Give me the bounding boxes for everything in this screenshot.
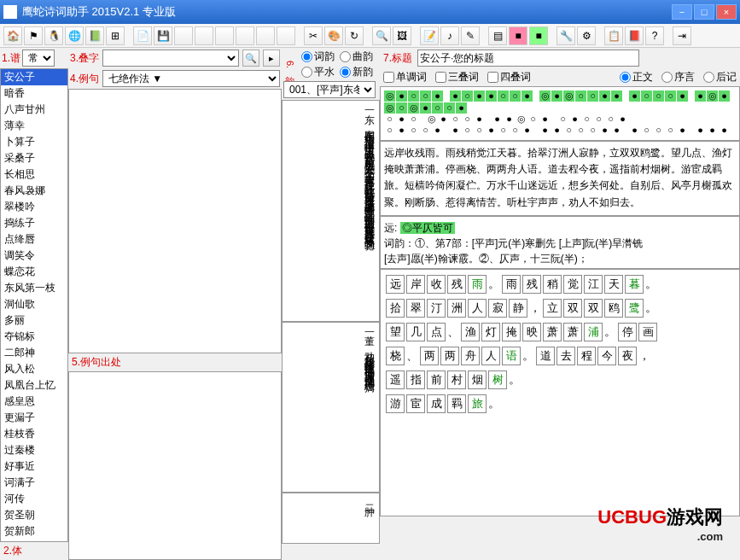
save-icon[interactable]: 💾	[154, 26, 172, 45]
char-cell[interactable]: 望	[386, 323, 405, 341]
pu-list-item[interactable]: 风入松	[1, 361, 67, 377]
char-cell[interactable]: 今	[597, 347, 616, 365]
pu-list-item[interactable]: 采桑子	[1, 150, 67, 166]
tool-icon-5[interactable]	[256, 26, 275, 45]
char-cell[interactable]: 浦	[584, 323, 603, 341]
search-icon[interactable]: 🔍	[372, 26, 391, 45]
char-cell[interactable]: 鸥	[604, 299, 623, 318]
char-cell[interactable]: 游	[386, 394, 405, 413]
rhyme-chars-1[interactable]: 一东 东同铜桐筒童僮瞳中衷忠虫终戎崇嵩菘风枫丰充隆空公功工攻蒙笼聋珑洪红鸿虹丛翁…	[282, 100, 380, 322]
pu-list-item[interactable]: 八声甘州	[1, 102, 67, 118]
radio-ciyun[interactable]: 词韵	[301, 50, 335, 64]
char-cell[interactable]: 烟	[468, 370, 487, 389]
char-cell[interactable]: 点	[427, 323, 446, 341]
pu-list-item[interactable]: 东风第一枝	[1, 280, 67, 296]
pu-list-item[interactable]: 多丽	[1, 312, 67, 329]
page-icon[interactable]: 📄	[133, 26, 152, 45]
char-cell[interactable]: 岸	[406, 275, 425, 294]
maximize-button[interactable]: □	[694, 4, 714, 20]
pu-list-item[interactable]: 感皇恩	[1, 394, 67, 410]
char-cell[interactable]: 两	[440, 347, 459, 365]
char-cell[interactable]: 静	[509, 299, 527, 318]
char-cell[interactable]: 人	[481, 347, 500, 365]
globe-icon[interactable]: 🌐	[65, 26, 84, 45]
scissors-icon[interactable]: ✂	[304, 26, 323, 45]
char-cell[interactable]: 拾	[386, 299, 405, 318]
pu-list-item[interactable]: 河传	[1, 491, 67, 507]
pu-list-item[interactable]: 诃满子	[1, 475, 67, 491]
check-sidie[interactable]: 四叠词	[487, 70, 531, 85]
char-cell[interactable]: 稍	[543, 275, 562, 294]
pu-list-item[interactable]: 夺锦标	[1, 329, 67, 345]
tool-icon-1[interactable]	[174, 26, 193, 45]
char-cell[interactable]: 画	[638, 323, 657, 341]
wrench-icon[interactable]: 🔧	[556, 26, 575, 45]
char-cell[interactable]: 寂	[488, 299, 507, 318]
pu-list-item[interactable]: 贺新郎	[1, 523, 67, 540]
char-grid[interactable]: 远岸收残雨。雨残稍觉江天暮。拾翠汀洲人寂静，立双双鸥鹭。望几点、渔灯掩映萧萧浦。…	[380, 269, 740, 516]
wand-icon[interactable]: ✎	[461, 26, 480, 45]
char-cell[interactable]: 去	[556, 347, 575, 365]
diezi-combo[interactable]	[102, 50, 239, 67]
char-cell[interactable]: 夜	[618, 347, 637, 365]
pu-list-item[interactable]: 过秦楼	[1, 442, 67, 458]
paint-icon[interactable]: 🎨	[324, 26, 343, 45]
pink-icon[interactable]: ■	[509, 26, 527, 45]
diezi-search-icon[interactable]: 🔍	[242, 50, 259, 67]
char-cell[interactable]: 雨	[468, 275, 487, 294]
char-cell[interactable]: 掩	[502, 323, 521, 341]
close-button[interactable]: ×	[716, 4, 737, 20]
char-cell[interactable]: 几	[406, 323, 425, 341]
doc-icon[interactable]: 📋	[604, 26, 623, 45]
pu-list-item[interactable]: 捣练子	[1, 215, 67, 231]
pu-list-item[interactable]: 薄幸	[1, 118, 67, 134]
radio-zhengwen[interactable]: 正文	[620, 70, 653, 85]
char-cell[interactable]: 萧	[543, 323, 562, 341]
expand-icon[interactable]: ⇥	[673, 26, 691, 45]
char-cell[interactable]: 翠	[406, 299, 425, 318]
rhyme-chars-3[interactable]: 二肿	[282, 493, 380, 544]
pu-list-item[interactable]: 安公子	[1, 69, 67, 85]
flag-icon[interactable]: ⚑	[24, 26, 43, 45]
pu-list-item[interactable]: 春风袅娜	[1, 183, 67, 199]
poem-text[interactable]: 远岸收残雨。雨残稍觉江天暮。拾翠汀洲人寂静，立双双鸥鹭。望几点、渔灯掩映萧萧浦。…	[380, 141, 740, 216]
refresh-icon[interactable]: ↻	[345, 26, 364, 45]
char-cell[interactable]: 汀	[427, 299, 446, 318]
title-input[interactable]	[417, 50, 639, 67]
note-icon[interactable]: 📝	[420, 26, 439, 45]
pu-list-item[interactable]: 蝶恋花	[1, 264, 67, 280]
pu-list-item[interactable]: 暗香	[1, 85, 67, 102]
radio-xuyan[interactable]: 序言	[661, 70, 695, 85]
pu-list-item[interactable]: 二郎神	[1, 345, 67, 361]
char-cell[interactable]: 灯	[481, 323, 500, 341]
char-cell[interactable]: 指	[406, 370, 425, 389]
radio-houji[interactable]: 后记	[703, 70, 737, 85]
pu-list-item[interactable]: 凤凰台上忆	[1, 377, 67, 394]
char-cell[interactable]: 两	[420, 347, 439, 365]
home-icon[interactable]: 🏠	[3, 26, 22, 45]
pu-list-item[interactable]: 好事近	[1, 458, 67, 475]
green-icon[interactable]: ■	[529, 26, 548, 45]
char-cell[interactable]: 村	[447, 370, 466, 389]
tool-icon-3[interactable]	[215, 26, 234, 45]
tool-icon-4[interactable]	[236, 26, 254, 45]
pu-list-item[interactable]: 贺圣朝	[1, 507, 67, 523]
char-cell[interactable]: 树	[488, 370, 507, 389]
char-cell[interactable]: 渔	[461, 323, 480, 341]
char-cell[interactable]: 雨	[502, 275, 521, 294]
rhyme-combo[interactable]: 001、[平声]东冬 [上声…	[283, 81, 376, 98]
book-icon[interactable]: 📗	[85, 26, 104, 45]
char-cell[interactable]: 残	[522, 275, 541, 294]
char-cell[interactable]: 天	[604, 275, 623, 294]
char-cell[interactable]: 远	[386, 275, 405, 294]
rhyme-chars-2[interactable]: 一董 动孔总笼拢捧蠓董懂桶俑宠拥壅汹涌踊恐擒	[282, 322, 380, 493]
gear-icon[interactable]: ⚙	[577, 26, 596, 45]
liju-combo[interactable]: 七绝作法 ▼	[102, 70, 280, 87]
char-cell[interactable]: 双	[563, 299, 582, 318]
char-cell[interactable]: 道	[536, 347, 555, 365]
char-cell[interactable]: 桡	[386, 347, 405, 365]
book2-icon[interactable]: 📕	[625, 26, 644, 45]
radio-quyun[interactable]: 曲韵	[340, 50, 373, 64]
char-cell[interactable]: 立	[543, 299, 562, 318]
pu-list-item[interactable]: 翠楼吟	[1, 199, 67, 215]
